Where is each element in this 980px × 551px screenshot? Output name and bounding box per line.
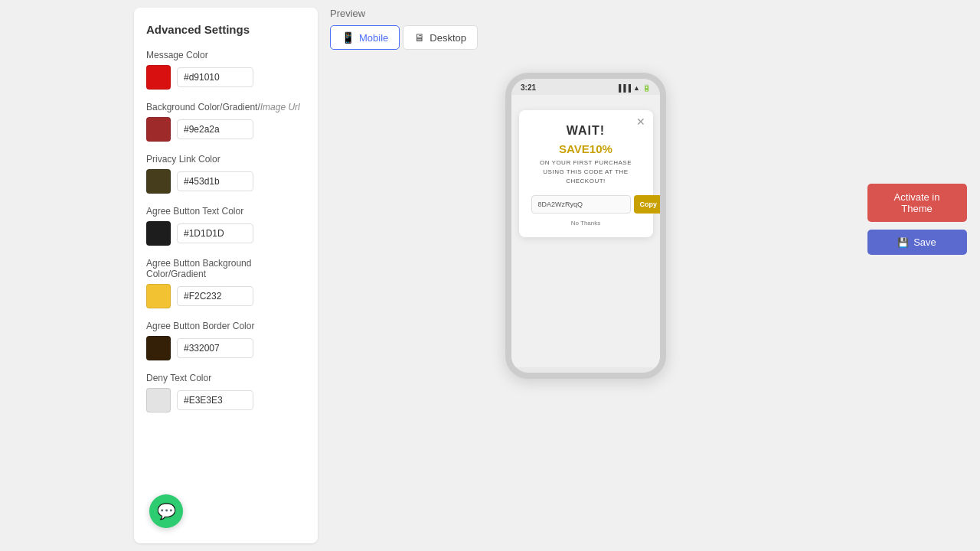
color-swatch-deny-text-color[interactable] bbox=[146, 388, 171, 412]
phone-mockup: 3:21 ▐▐▐ ▲ 🔋 ✕ WAIT! SAVE10% ON YOUR FIR… bbox=[505, 73, 666, 379]
color-field-agree-btn-border-color: Agree Button Border Color bbox=[146, 321, 305, 360]
popup-code-input[interactable] bbox=[531, 195, 631, 214]
color-fields-container: Message ColorBackground Color/Gradient/I… bbox=[146, 50, 305, 412]
mobile-icon: 📱 bbox=[341, 31, 354, 44]
popup-code-row: Copy bbox=[531, 195, 641, 214]
color-text-input-bg-color[interactable] bbox=[177, 119, 253, 139]
phone-time: 3:21 bbox=[521, 83, 536, 92]
tab-desktop[interactable]: 🖥 Desktop bbox=[403, 25, 478, 50]
chat-bubble-icon: 💬 bbox=[157, 502, 176, 520]
signal-icon: ▐▐▐ bbox=[616, 84, 631, 92]
color-text-input-agree-btn-bg-color[interactable] bbox=[177, 286, 253, 306]
color-input-row-agree-btn-bg-color bbox=[146, 284, 305, 308]
color-text-input-deny-text-color[interactable] bbox=[177, 390, 253, 410]
color-label-agree-btn-text-color: Agree Button Text Color bbox=[146, 206, 305, 217]
popup-desc-line2: USING THIS CODE AT THE bbox=[543, 168, 628, 175]
preview-tabs: 📱 Mobile 🖥 Desktop bbox=[330, 25, 478, 50]
tab-mobile[interactable]: 📱 Mobile bbox=[330, 25, 400, 50]
color-text-input-agree-btn-border-color[interactable] bbox=[177, 338, 253, 358]
desktop-icon: 🖥 bbox=[414, 31, 425, 44]
popup-desc-line1: ON YOUR FIRST PURCHASE bbox=[540, 159, 632, 166]
color-input-row-bg-color bbox=[146, 117, 305, 142]
color-input-row-agree-btn-text-color bbox=[146, 221, 305, 246]
color-label-privacy-link-color: Privacy Link Color bbox=[146, 154, 305, 165]
color-swatch-bg-color[interactable] bbox=[146, 117, 171, 142]
activate-theme-button[interactable]: Activate in Theme bbox=[867, 184, 967, 222]
color-label-message-color: Message Color bbox=[146, 50, 305, 60]
chat-bubble[interactable]: 💬 bbox=[149, 494, 183, 528]
main-content: Advanced Settings Message ColorBackgroun… bbox=[126, 0, 854, 551]
phone-screen: ✕ WAIT! SAVE10% ON YOUR FIRST PURCHASE U… bbox=[511, 95, 660, 367]
color-field-message-color: Message Color bbox=[146, 50, 305, 90]
popup-desc-line3: CHECKOUT! bbox=[566, 178, 606, 184]
phone-status-bar: 3:21 ▐▐▐ ▲ 🔋 bbox=[511, 79, 660, 95]
color-text-input-privacy-link-color[interactable] bbox=[177, 171, 253, 191]
popup-save-text: SAVE10% bbox=[531, 142, 641, 155]
popup-description: ON YOUR FIRST PURCHASE USING THIS CODE A… bbox=[531, 158, 641, 186]
save-icon: 💾 bbox=[897, 237, 909, 248]
popup-no-thanks[interactable]: No Thanks bbox=[531, 220, 641, 227]
popup-close-button[interactable]: ✕ bbox=[636, 116, 645, 127]
color-input-row-agree-btn-border-color bbox=[146, 336, 305, 360]
popup-wait-text: WAIT! bbox=[531, 124, 641, 138]
color-swatch-agree-btn-bg-color[interactable] bbox=[146, 284, 171, 308]
tab-desktop-label: Desktop bbox=[430, 32, 466, 44]
color-label-deny-text-color: Deny Text Color bbox=[146, 373, 305, 383]
color-field-privacy-link-color: Privacy Link Color bbox=[146, 154, 305, 194]
left-sidebar bbox=[0, 0, 126, 551]
color-swatch-agree-btn-text-color[interactable] bbox=[146, 221, 171, 246]
settings-title: Advanced Settings bbox=[146, 23, 305, 36]
color-label-agree-btn-bg-color: Agree Button Background Color/Gradient bbox=[146, 258, 305, 279]
save-label: Save bbox=[913, 236, 936, 248]
color-input-row-message-color bbox=[146, 65, 305, 90]
wifi-icon: ▲ bbox=[633, 84, 640, 92]
preview-label: Preview bbox=[330, 8, 365, 19]
color-field-deny-text-color: Deny Text Color bbox=[146, 373, 305, 412]
color-field-agree-btn-text-color: Agree Button Text Color bbox=[146, 206, 305, 246]
tab-mobile-label: Mobile bbox=[359, 32, 388, 44]
color-field-agree-btn-bg-color: Agree Button Background Color/Gradient bbox=[146, 258, 305, 308]
phone-status-icons: ▐▐▐ ▲ 🔋 bbox=[616, 84, 651, 92]
color-label-agree-btn-border-color: Agree Button Border Color bbox=[146, 321, 305, 331]
right-sidebar: Activate in Theme 💾 Save bbox=[854, 0, 980, 551]
popup-copy-button[interactable]: Copy bbox=[634, 195, 664, 214]
color-text-input-agree-btn-text-color[interactable] bbox=[177, 223, 253, 243]
color-label-bg-color: Background Color/Gradient/Image Url bbox=[146, 102, 305, 112]
color-input-row-deny-text-color bbox=[146, 388, 305, 412]
settings-panel: Advanced Settings Message ColorBackgroun… bbox=[134, 8, 318, 543]
popup-card: ✕ WAIT! SAVE10% ON YOUR FIRST PURCHASE U… bbox=[519, 110, 653, 237]
color-field-bg-color: Background Color/Gradient/Image Url bbox=[146, 102, 305, 142]
phone-container: 3:21 ▐▐▐ ▲ 🔋 ✕ WAIT! SAVE10% ON YOUR FIR… bbox=[330, 73, 841, 379]
battery-icon: 🔋 bbox=[642, 84, 651, 92]
color-text-input-message-color[interactable] bbox=[177, 67, 253, 87]
preview-area: Preview 📱 Mobile 🖥 Desktop 3:21 ▐▐▐ ▲ 🔋 bbox=[318, 0, 854, 551]
color-swatch-privacy-link-color[interactable] bbox=[146, 169, 171, 194]
color-input-row-privacy-link-color bbox=[146, 169, 305, 194]
color-swatch-message-color[interactable] bbox=[146, 65, 171, 90]
color-swatch-agree-btn-border-color[interactable] bbox=[146, 336, 171, 360]
save-button[interactable]: 💾 Save bbox=[867, 230, 967, 255]
